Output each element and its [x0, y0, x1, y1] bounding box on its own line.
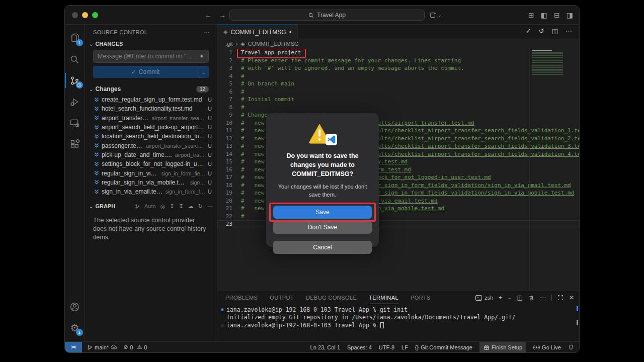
settings-gear-icon[interactable]: ⚙ 1 [65, 317, 85, 338]
cloud-icon[interactable]: ☁ [188, 203, 194, 210]
changed-file-row[interactable]: regular_sign_in_via_mobile.test.md sign_… [85, 178, 217, 187]
panel-tab[interactable]: OUTPUT [270, 291, 294, 304]
file-name: settings_block_for_not_logged-in_user.te… [102, 160, 205, 167]
file-name: airport_search_field_pick-up_airport.tes… [102, 124, 205, 131]
changed-file-row[interactable]: sign_in_via_email.test.md sign_in_form_f… [85, 187, 217, 196]
push-icon[interactable]: ↧ [179, 203, 184, 210]
changed-file-row[interactable]: regular_sign_in_via_email.test.md sign_i… [85, 168, 217, 177]
panel-tab[interactable]: DEBUG CONSOLE [306, 291, 357, 304]
split-terminal-icon[interactable]: ◫ [517, 294, 523, 301]
tab-commit-editmsg[interactable]: ◈ COMMIT_EDITMSG ● [217, 25, 298, 39]
test-file-icon [94, 161, 99, 167]
kill-terminal-icon[interactable] [528, 295, 534, 301]
target-icon[interactable]: ◎ [160, 203, 166, 210]
line-number: 2 [217, 57, 232, 64]
notifications-bell-icon[interactable] [568, 342, 574, 352]
cursor-position-item[interactable]: Ln 23, Col 1 [310, 342, 340, 352]
untracked-status-badge: U [208, 115, 212, 121]
sidebar-more-actions-icon[interactable]: ⋯ [204, 29, 210, 36]
eol-item[interactable]: LF [401, 342, 408, 352]
graph-more-actions-icon[interactable]: ⋯ [207, 203, 213, 210]
language-mode-item[interactable]: {} Git Commit Message [415, 342, 472, 352]
sparkle-icon[interactable]: ✦ [199, 53, 204, 60]
search-view-icon[interactable] [65, 49, 85, 70]
back-icon[interactable]: ← [205, 11, 212, 19]
terminal-line: iana.zavoloka@ip-192-168-0-103 Travel Ap… [226, 306, 408, 313]
command-decoration-icon[interactable]: ● [219, 307, 225, 312]
command-center-search[interactable]: Travel App [229, 10, 425, 21]
changed-file-row[interactable]: settings_block_for_not_logged-in_user.te… [85, 159, 217, 168]
cancel-button[interactable]: Cancel [273, 241, 372, 254]
problems-status-item[interactable]: ⊘ 0 ⚠ 0 [123, 344, 147, 350]
breadcrumb-file[interactable]: COMMIT_EDITMSG [248, 41, 299, 47]
extensions-icon[interactable] [65, 133, 85, 154]
close-panel-icon[interactable]: ✕ [569, 294, 574, 301]
toggle-panel-icon[interactable]: ⊟ [554, 11, 560, 19]
terminal-output[interactable]: ● iana.zavoloka@ip-192-168-0-103 Travel … [217, 304, 579, 341]
search-icon [308, 13, 314, 18]
finish-setup-item[interactable]: Finish Setup [479, 342, 526, 352]
changed-file-row[interactable]: airport_search_field_pick-up_airport.tes… [85, 123, 217, 132]
refresh-icon[interactable]: ↻ [198, 203, 203, 210]
changed-file-row[interactable]: hotel_search_functionality.test.md U [85, 104, 217, 113]
close-window-button[interactable] [72, 12, 78, 18]
line-number: 13 [217, 143, 232, 149]
go-live-item[interactable]: Go Live [533, 342, 561, 352]
breadcrumb-root[interactable]: .git [225, 41, 233, 47]
commit-button[interactable]: ✓ Commit ⌄ [93, 66, 209, 78]
accept-commit-icon[interactable]: ✓ [526, 27, 531, 35]
panel-tab[interactable]: PORTS [411, 291, 431, 304]
source-control-icon[interactable] [65, 70, 85, 91]
accounts-icon[interactable] [65, 296, 85, 317]
encoding-item[interactable]: UTF-8 [379, 342, 394, 352]
split-editor-icon[interactable]: ◫ [552, 27, 558, 35]
line-number: 20 [217, 198, 232, 204]
launch-profile-chevron-icon[interactable]: ⌄ [508, 295, 512, 300]
panel-more-actions-icon[interactable]: ⋯ [540, 294, 546, 301]
changed-file-row[interactable]: passenger.test.md airport_transfer_searc… [85, 141, 217, 150]
changed-file-row[interactable]: pick-up_date_and_time.test.md airport_tr… [85, 150, 217, 159]
run-debug-icon[interactable] [65, 91, 85, 112]
changed-file-row[interactable]: location_search_field_destination_locati… [85, 132, 217, 141]
panel-tab[interactable]: PROBLEMS [225, 291, 258, 304]
pull-icon[interactable]: ↧ [170, 203, 174, 210]
branch-status-item[interactable]: main* [87, 344, 117, 350]
graph-section-header[interactable]: ⌄ GRAPH Auto ◎ ↧ ↧ ☁ ↻ ⋯ [85, 201, 217, 211]
maximize-window-button[interactable] [92, 12, 98, 18]
dialog-body: Your changes will be lost if you don't s… [273, 183, 372, 199]
changed-file-row[interactable]: airport_transfer.test.md airport_transfe… [85, 114, 217, 123]
command-decoration-icon[interactable]: ○ [219, 323, 225, 327]
panel-tab[interactable]: TERMINAL [369, 291, 398, 304]
open-recent-control[interactable]: ⌄ [430, 12, 442, 19]
commit-message-input[interactable]: Message (⌘Enter to commit on "... ✦ [93, 50, 209, 63]
editor-more-actions-icon[interactable]: ⋯ [566, 27, 572, 35]
line-number: 17 [217, 174, 232, 180]
changed-file-row[interactable]: create_regular_sign_up_form.test.md U [85, 95, 217, 104]
titlebar: ← → Travel App ⌄ ⊞ ◧ ⊟ ◨ [65, 6, 579, 25]
customize-layout-icon[interactable]: ⊞ [528, 11, 534, 19]
line-number: 15 [217, 158, 232, 165]
test-file-icon [94, 152, 99, 157]
terminal-shell-chip[interactable]: >_ zsh [475, 295, 493, 301]
test-file-icon [94, 106, 99, 112]
toggle-secondary-sidebar-icon[interactable]: ◨ [567, 11, 573, 19]
minimap-border [529, 49, 530, 291]
toggle-primary-sidebar-icon[interactable]: ◧ [541, 11, 547, 19]
changes-tree-header[interactable]: ⌄ Changes 12 [85, 84, 217, 94]
forward-icon[interactable]: → [219, 11, 226, 19]
remote-indicator[interactable]: >< [65, 342, 82, 352]
commit-dropdown-button[interactable]: ⌄ [198, 66, 209, 78]
minimap[interactable] [532, 50, 575, 77]
minimize-window-button[interactable] [82, 12, 88, 18]
remote-explorer-icon[interactable] [65, 112, 85, 133]
explorer-icon[interactable]: 1 [65, 28, 85, 49]
indentation-item[interactable]: Spaces: 4 [347, 342, 372, 352]
modified-dot-icon[interactable]: ● [289, 30, 291, 34]
discard-changes-icon[interactable]: ↺ [539, 27, 544, 35]
changes-section-header[interactable]: ⌄ CHANGES [85, 40, 217, 48]
breadcrumb[interactable]: .git › ◈ COMMIT_EDITMSG [217, 39, 579, 49]
maximize-panel-icon[interactable] [557, 295, 564, 301]
publish-cloud-icon [111, 344, 117, 350]
dont-save-button[interactable]: Don't Save [273, 221, 372, 234]
new-terminal-icon[interactable]: + [499, 294, 502, 301]
